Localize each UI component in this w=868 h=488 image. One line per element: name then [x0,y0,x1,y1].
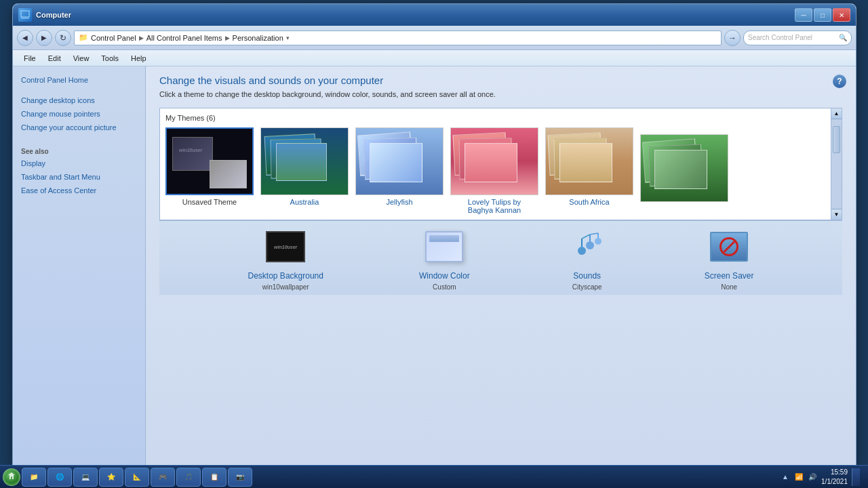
close-button[interactable]: ✕ [833,8,850,22]
sidebar: Control Panel Home Change desktop icons … [13,66,146,468]
sidebar-change-account-picture[interactable]: Change your account picture [13,121,145,134]
sounds-sublabel: Cityscape [572,283,602,291]
sidebar-display[interactable]: Display [13,157,145,170]
theme-label-lovely-tulips: Lovely Tulips by Baghya Kannan [450,198,538,214]
page-title: Change the visuals and sounds on your co… [159,75,842,86]
content-area: Control Panel Home Change desktop icons … [13,66,856,468]
scroll-up-btn[interactable]: ▲ [831,108,842,119]
show-desktop-btn[interactable] [852,468,860,486]
theme-lovely-tulips[interactable]: Lovely Tulips by Baghya Kannan [450,127,538,214]
forward-button[interactable]: ▶ [36,30,52,46]
theme-label-australia: Australia [260,198,349,206]
taskbar-camera[interactable]: 📷 [228,468,252,487]
theme-jellyfish[interactable]: Jellyfish [355,127,443,214]
scroll-thumb[interactable] [833,126,840,153]
page-description: Click a theme to change the desktop back… [159,90,842,98]
menu-view[interactable]: View [68,53,95,64]
svg-rect-1 [21,18,29,19]
clock-date: 1/1/2021 [821,477,848,487]
taskbar-clipboard[interactable]: 📋 [202,468,226,487]
svg-rect-0 [21,11,29,17]
scroll-track [831,119,842,209]
window-color-item[interactable]: Window Color Custom [419,225,470,291]
back-button[interactable]: ◀ [17,30,33,46]
screen-saver-item[interactable]: Screen Saver None [705,225,754,291]
path-icon: 📁 [79,33,88,42]
refresh-button[interactable]: ↻ [55,30,71,46]
path-segment-1[interactable]: Control Panel [91,34,136,42]
clock: 15:59 1/1/2021 [821,468,848,487]
sidebar-ease-of-access[interactable]: Ease of Access Center [13,184,145,197]
menu-help[interactable]: Help [125,53,152,64]
systray-volume[interactable]: 🔊 [808,472,817,482]
theme-preview-jellyfish [355,127,443,195]
sidebar-taskbar-start[interactable]: Taskbar and Start Menu [13,170,145,184]
theme-unsaved[interactable]: win10user Unsaved Theme [165,127,254,214]
clock-time: 15:59 [821,468,848,477]
menu-edit[interactable]: Edit [43,53,66,64]
see-also-title: See also [13,145,145,157]
window-title: Computer [36,11,71,19]
title-bar-buttons: ─ □ ✕ [795,8,850,22]
path-arrow-3: ▾ [286,35,290,41]
sidebar-change-desktop-icons[interactable]: Change desktop icons [13,94,145,107]
sounds-item[interactable]: Sounds Cityscape [566,225,609,291]
scroll-down-btn[interactable]: ▼ [831,209,842,220]
search-box[interactable]: Search Control Panel 🔍 [743,30,852,45]
theme-south-africa[interactable]: South Africa [545,127,633,214]
taskbar-media[interactable]: 💻 [73,468,98,487]
theme-label-jellyfish: Jellyfish [355,198,443,206]
themes-scrollbar: ▲ ▼ [831,108,842,220]
desktop-background-item[interactable]: win10user Desktop Background win10wallpa… [248,225,323,291]
window-color-sublabel: Custom [433,283,456,291]
systray-network[interactable]: 📶 [794,472,804,482]
svg-point-3 [586,241,594,249]
screen-saver-sublabel: None [721,283,737,291]
sidebar-control-panel-home[interactable]: Control Panel Home [13,73,145,87]
taskbar-paint[interactable]: 📐 [125,468,149,487]
theme-preview-nature [640,134,728,202]
help-icon[interactable]: ? [833,75,846,88]
main-panel: youtube.com/win10user ? Change the visua… [146,66,856,468]
theme-australia[interactable]: Australia [260,127,349,214]
window-icon [18,8,32,22]
address-path[interactable]: 📁 Control Panel ▶ All Control Panel Item… [74,30,722,45]
sidebar-change-mouse-pointers[interactable]: Change mouse pointers [13,107,145,121]
menu-tools[interactable]: Tools [96,53,124,64]
screen-saver-icon [707,225,751,268]
path-arrow-1: ▶ [139,35,144,41]
desktop-background-sublabel: win10wallpaper [262,283,309,291]
desktop-background-icon: win10user [264,225,307,268]
svg-point-2 [578,247,586,255]
svg-point-4 [595,238,601,245]
theme-preview-lovely-tulips [450,127,538,195]
go-button[interactable]: → [724,30,741,46]
desktop-background-label: Desktop Background [248,271,323,281]
path-arrow-2: ▶ [225,35,230,41]
sounds-icon [566,225,609,268]
search-placeholder: Search Control Panel [748,34,812,41]
taskbar-music[interactable]: 🎵 [176,468,201,487]
path-segment-3[interactable]: Personalization [233,34,283,42]
taskbar-explorer[interactable]: 📁 [22,468,46,487]
theme-label-south-africa: South Africa [545,198,633,206]
taskbar-game[interactable]: 🎮 [151,468,175,487]
systray-arrow[interactable]: ▲ [781,472,790,482]
menu-bar: File Edit View Tools Help [13,50,856,66]
start-button[interactable] [3,468,20,486]
maximize-button[interactable]: □ [814,8,831,22]
taskbar-ie[interactable]: 🌐 [47,468,72,487]
theme-preview-unsaved: win10user [165,127,254,195]
sounds-label: Sounds [573,271,601,281]
path-segment-2[interactable]: All Control Panel Items [146,34,222,42]
menu-file[interactable]: File [18,53,41,64]
screen-saver-label: Screen Saver [705,271,754,281]
theme-nature[interactable] [640,134,728,214]
taskbar-star[interactable]: ⭐ [99,468,123,487]
window-color-label: Window Color [419,271,470,281]
svg-line-8 [582,235,590,239]
minimize-button[interactable]: ─ [795,8,812,22]
taskbar: 📁 🌐 💻 ⭐ 📐 🎮 🎵 📋 📷 ▲ 📶 🔊 15:59 1/1/2021 [0,465,868,488]
address-bar: ◀ ▶ ↻ 📁 Control Panel ▶ All Control Pane… [13,26,856,50]
title-bar-left: Computer [18,8,71,22]
